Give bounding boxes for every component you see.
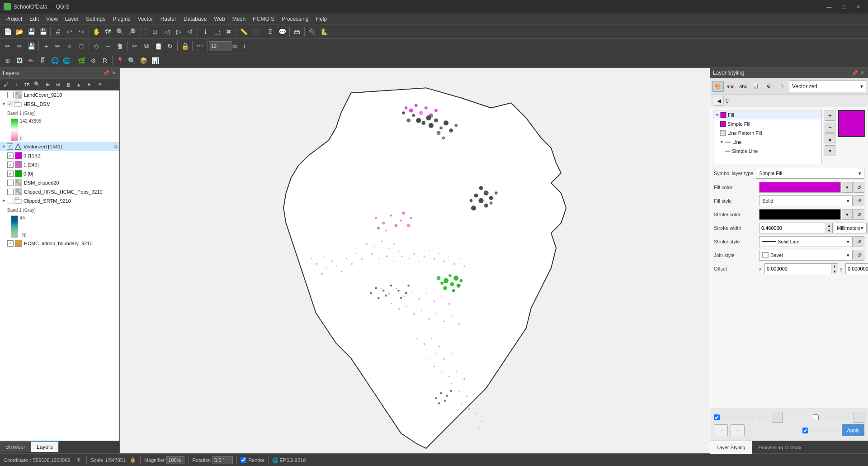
measure-area-btn[interactable]: ⬛ (250, 26, 261, 38)
browser-tab[interactable]: Browser (0, 441, 31, 452)
tree-line-pattern-item[interactable]: Line Pattern Fill (713, 128, 821, 138)
current-edits-btn[interactable]: ✏ (2, 40, 14, 52)
statistics-btn[interactable]: Σ (264, 26, 276, 38)
process-btn[interactable]: ⚙ (87, 55, 99, 67)
clipped-hrsl-checkbox[interactable] (7, 189, 14, 195)
coord-copy-btn[interactable]: ⊕ (74, 456, 83, 465)
layers-panel-pin[interactable]: 📌 (103, 70, 109, 76)
menu-item-plugins[interactable]: Plugins (109, 15, 134, 23)
new-project-btn[interactable]: 📄 (2, 26, 14, 38)
menu-item-settings[interactable]: Settings (82, 15, 109, 23)
draw-effects-checkbox[interactable] (813, 414, 819, 420)
move-feature-btn[interactable]: ↔ (102, 40, 114, 52)
menu-item-mesh[interactable]: Mesh (229, 15, 249, 23)
add-symbol-layer-btn[interactable]: + (825, 110, 835, 121)
layers-tab[interactable]: Layers (31, 441, 59, 452)
zoom-out-btn[interactable]: 🔎 (126, 26, 137, 38)
filter-btn[interactable]: 🔍 (32, 80, 42, 90)
right-panel-close[interactable]: ✕ (859, 70, 865, 76)
move-up-btn[interactable]: ▲ (74, 80, 84, 90)
print-btn[interactable]: 🖨 (52, 26, 64, 38)
measure-btn[interactable]: 📏 (238, 26, 250, 38)
layer-item-vec-0[interactable]: ✓ 0 [1192] (0, 151, 119, 160)
enable-symbol-extra-btn[interactable]: 🖼 (772, 412, 783, 423)
processing-toolbox-tab[interactable]: Processing Toolbox (752, 441, 808, 454)
stroke-color-picker[interactable] (759, 209, 841, 220)
expand-all-btn[interactable]: ⊞ (42, 80, 52, 90)
hrsl-expand[interactable]: ▼ (2, 102, 6, 106)
manage-map-btn[interactable]: 🗺 (22, 80, 32, 90)
renderer-dropdown[interactable]: Vectorized ▾ (789, 81, 866, 92)
deselect-btn[interactable]: ✖ (223, 26, 235, 38)
redo-btn[interactable]: ↪ (75, 26, 87, 38)
layer-item-srtm[interactable]: ▼ Clipped_SRTM_9210 (0, 196, 119, 205)
layer-checkbox-hrsl-dsm[interactable]: ✓ (7, 101, 13, 107)
maximize-button[interactable]: □ (837, 2, 850, 11)
tree-simple-fill-item[interactable]: Simple Fill (713, 119, 821, 128)
identify-btn[interactable]: ℹ (199, 26, 211, 38)
vec2-checkbox[interactable]: ✓ (7, 171, 14, 177)
fill-color-picker[interactable] (759, 182, 841, 193)
magnifier-input[interactable] (166, 456, 184, 464)
tree-line-item[interactable]: ▼ Line (713, 138, 821, 147)
offset-x-input[interactable] (765, 266, 831, 271)
add-raster-btn[interactable]: 🖼 (14, 55, 25, 67)
minimize-button[interactable]: — (823, 2, 835, 11)
layer-item-vec-1[interactable]: ✓ 1 [249] (0, 160, 119, 169)
open-attribute-btn[interactable]: 🗃 (291, 26, 303, 38)
apply-btn[interactable]: Apply (842, 424, 864, 436)
layer-item-clipped-hrsl[interactable]: Clipped_HRSL_HCMC_Pops_9210 (0, 187, 119, 196)
close-panel-btn[interactable]: ✕ (94, 80, 104, 90)
copy-features-btn[interactable]: ⧉ (141, 40, 152, 52)
move-symbol-up-btn[interactable]: ▲ (825, 133, 835, 144)
digitize-btn[interactable]: ✏ (52, 40, 64, 52)
rotation-input[interactable] (212, 456, 233, 464)
hcmc-checkbox[interactable]: ✓ (7, 240, 14, 247)
georef-btn[interactable]: 📍 (114, 55, 126, 67)
menu-item-processing[interactable]: Processing (278, 15, 312, 23)
move-down-btn[interactable]: ▼ (84, 80, 94, 90)
stroke-style-dropdown[interactable]: Solid Line ▾ (759, 236, 853, 247)
pan-map-btn[interactable]: 🗺 (102, 26, 114, 38)
save-btn[interactable]: 💾 (25, 26, 37, 38)
vertex-tool-btn[interactable]: ◇ (90, 40, 102, 52)
stroke-width-down[interactable]: ▼ (826, 228, 832, 233)
add-group-btn[interactable]: + (11, 80, 21, 90)
zoom-full-btn[interactable]: ⛶ (137, 26, 149, 38)
menu-item-raster[interactable]: Raster (157, 15, 180, 23)
fill-style-reset-btn[interactable]: ↺ (854, 195, 864, 206)
add-vector-btn[interactable]: ✏ (25, 55, 37, 67)
layer-item-hcmc[interactable]: ✓ HCMC_admin_boundary_9210 (0, 239, 119, 248)
enable-symbol-checkbox[interactable] (714, 414, 720, 420)
python-btn[interactable]: 🐍 (318, 26, 330, 38)
layer-item-dsm[interactable]: DSM_clipped20 (0, 178, 119, 187)
plugins-btn[interactable]: 🔌 (306, 26, 318, 38)
menu-item-help[interactable]: Help (312, 15, 331, 23)
vec0-checkbox[interactable]: ✓ (7, 152, 14, 159)
offset-x-up[interactable]: ▲ (831, 264, 838, 269)
layer-checkbox-vec[interactable]: ✓ (7, 143, 13, 150)
menu-item-edit[interactable]: Edit (26, 15, 42, 23)
fill-color-arrow-btn[interactable]: ▾ (842, 182, 853, 193)
geopackage-btn[interactable]: 📦 (137, 55, 149, 67)
layer-item-vec-2[interactable]: ✓ 0 [0] (0, 169, 119, 178)
delete-selected-btn[interactable]: 🗑 (114, 40, 126, 52)
zoom-prev-btn[interactable]: ◁ (161, 26, 173, 38)
tree-fill-item[interactable]: ▼ Fill (713, 110, 821, 119)
stroke-width-unit-dropdown[interactable]: Millimeters ▾ (834, 223, 867, 233)
remove-symbol-layer-btn[interactable]: − (825, 122, 835, 133)
render-checkbox[interactable] (241, 457, 246, 463)
redo-styling-btn[interactable]: ↪ (731, 424, 745, 436)
fill-style-dropdown[interactable]: Solid ▾ (759, 195, 853, 206)
identify2-btn[interactable]: 🔍 (126, 55, 137, 67)
map-area[interactable] (120, 68, 710, 453)
right-panel-pin[interactable]: 📌 (852, 70, 858, 76)
r-btn[interactable]: R (99, 55, 111, 67)
grass-btn[interactable]: 🌿 (75, 55, 87, 67)
menu-item-layer[interactable]: Layer (61, 15, 82, 23)
join-style-reset-btn[interactable]: ↺ (854, 250, 864, 261)
layer-styling-tab[interactable]: Layer Styling (710, 441, 752, 454)
zoom-next-btn[interactable]: ▷ (173, 26, 184, 38)
stroke-width-up[interactable]: ▲ (826, 223, 832, 228)
toggle-edit-btn[interactable]: ✏ (14, 40, 25, 52)
